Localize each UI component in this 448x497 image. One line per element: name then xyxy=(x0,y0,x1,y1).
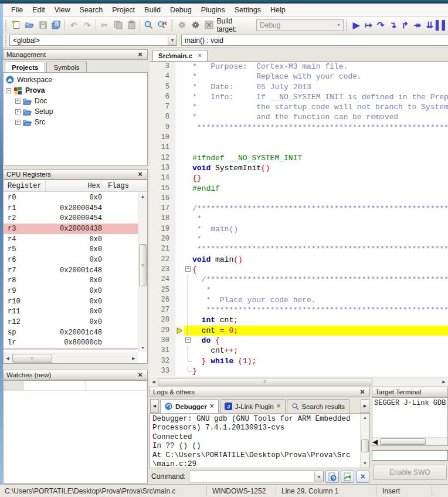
close-icon[interactable]: × xyxy=(136,171,144,178)
menu-item-plugins[interactable]: Plugins xyxy=(196,4,230,16)
step-out-button[interactable]: ↱ xyxy=(399,18,411,32)
scroll-up-icon[interactable]: ▲ xyxy=(138,192,147,201)
line-number[interactable]: 19 xyxy=(150,224,175,234)
breakpoint-margin[interactable] xyxy=(175,255,184,265)
editor-horizontal-scrollbar[interactable]: ◀ ≡ ▶ xyxy=(150,377,448,386)
line-number[interactable]: 27 xyxy=(150,305,175,315)
step-into-button[interactable]: ↴ xyxy=(387,18,399,32)
line-number[interactable]: 14 xyxy=(150,173,175,183)
line-number[interactable]: 17 xyxy=(150,204,175,214)
code-line-18[interactable]: 18 * xyxy=(150,214,448,224)
fold-margin[interactable] xyxy=(184,133,192,143)
command-run-button[interactable] xyxy=(325,471,339,483)
register-row-r2[interactable]: r20x20000454 xyxy=(4,213,138,224)
fold-margin[interactable] xyxy=(184,244,192,254)
abort-button[interactable] xyxy=(202,18,216,32)
tree-item-setup[interactable]: +Setup xyxy=(15,106,147,117)
code-line-10[interactable]: 10 xyxy=(150,133,448,143)
breakpoint-margin[interactable] xyxy=(175,92,184,102)
paste-button[interactable] xyxy=(125,18,138,32)
replace-button[interactable]: R xyxy=(155,18,169,32)
line-number[interactable]: 11 xyxy=(150,143,175,153)
scroll-up-icon[interactable]: ▲ xyxy=(361,414,369,422)
logs-tab-debugger[interactable]: Debugger× xyxy=(160,399,219,413)
code-line-23[interactable]: 23−{ xyxy=(150,265,448,275)
export-log-button[interactable] xyxy=(341,471,354,483)
logs-tab-search-results[interactable]: Search results xyxy=(287,399,350,413)
breakpoint-margin[interactable] xyxy=(175,102,184,112)
code-line-3[interactable]: 3* Purpose: Cortex-M3 main file. xyxy=(150,62,448,72)
logs-header[interactable]: Logs & others × xyxy=(150,387,370,397)
line-number[interactable]: 28 xyxy=(150,315,175,325)
command-input[interactable] xyxy=(189,471,314,482)
code-line-5[interactable]: 5* Date: 05 July 2013 xyxy=(150,82,448,92)
toolbar-grip[interactable] xyxy=(5,20,8,31)
line-number[interactable]: 12 xyxy=(150,153,175,163)
tree-item-src[interactable]: +Src xyxy=(15,117,147,127)
close-icon[interactable]: × xyxy=(210,404,214,409)
scroll-right-icon[interactable]: ▶ xyxy=(130,353,138,363)
breakpoint-margin[interactable] xyxy=(175,346,184,356)
scrollbar-thumb[interactable] xyxy=(361,439,369,452)
management-header[interactable]: Management × xyxy=(3,49,148,60)
register-row-r0[interactable]: r00x0 xyxy=(4,192,138,203)
menu-item-project[interactable]: Project xyxy=(107,4,140,16)
scroll-left-icon[interactable]: ◀ xyxy=(372,438,378,446)
breakpoint-margin[interactable] xyxy=(175,163,184,173)
compile-button[interactable] xyxy=(175,18,189,32)
breakpoint-margin[interactable] xyxy=(175,153,184,163)
fold-margin[interactable] xyxy=(184,255,192,265)
terminal-output[interactable]: SEGGER J-Link GDB ◀ xyxy=(372,397,448,446)
code-line-9[interactable]: 9 **************************************… xyxy=(150,123,448,133)
breakpoint-margin[interactable] xyxy=(175,234,184,244)
toolbar-grip[interactable] xyxy=(5,35,8,46)
open-file-button[interactable] xyxy=(23,18,36,32)
code-line-29[interactable]: 29 cnt = 0; xyxy=(150,326,448,336)
code-line-12[interactable]: 12#ifndef __NO_SYSTEM_INIT xyxy=(150,153,448,163)
close-icon[interactable]: × xyxy=(198,53,202,59)
fold-margin[interactable] xyxy=(184,326,192,336)
registers-horizontal-scrollbar[interactable]: ◀ ≡ ▶ xyxy=(4,353,138,363)
fold-margin[interactable] xyxy=(184,92,192,102)
terminal-horizontal-scrollbar[interactable]: ◀ xyxy=(372,437,447,445)
register-row-lr[interactable]: lr0x80000cb xyxy=(4,338,138,349)
code-line-4[interactable]: 4* Replace with your code. xyxy=(150,72,448,82)
code-line-26[interactable]: 26 * Place your code here. xyxy=(150,295,448,305)
register-row-r8[interactable]: r80x0 xyxy=(4,276,138,286)
log-vertical-scrollbar[interactable]: ▲ ▼ xyxy=(360,414,369,468)
tab-symbols[interactable]: Symbols xyxy=(46,62,86,72)
scroll-down-icon[interactable]: ▼ xyxy=(361,459,369,468)
register-row-r6[interactable]: r60x0 xyxy=(4,255,138,265)
line-number[interactable]: 30 xyxy=(150,336,175,346)
fold-margin[interactable] xyxy=(184,194,192,204)
line-number[interactable]: 23 xyxy=(150,265,175,275)
line-number[interactable]: 21 xyxy=(150,244,175,254)
menu-item-settings[interactable]: Settings xyxy=(230,4,266,16)
fold-margin[interactable] xyxy=(184,366,192,376)
code-line-22[interactable]: 22void main() xyxy=(150,255,448,265)
code-line-33[interactable]: 33} xyxy=(150,366,448,376)
terminal-input[interactable] xyxy=(372,451,447,460)
close-icon[interactable]: × xyxy=(136,51,144,58)
breakpoint-margin[interactable] xyxy=(175,143,184,153)
menu-item-help[interactable]: Help xyxy=(266,4,290,16)
fold-margin[interactable] xyxy=(184,275,192,285)
breakpoint-margin[interactable] xyxy=(175,82,184,92)
register-row-r5[interactable]: r50x0 xyxy=(4,244,138,255)
close-icon[interactable]: × xyxy=(277,404,281,409)
line-number[interactable]: 20 xyxy=(150,234,175,244)
build-target-select[interactable]: Debug ▼ xyxy=(256,19,344,31)
register-row-r10[interactable]: r100x0 xyxy=(4,296,138,307)
command-combobox[interactable]: ▼ xyxy=(189,471,324,482)
fold-margin[interactable] xyxy=(184,305,192,315)
step-into-instruction-button[interactable]: ⇊ xyxy=(423,18,436,32)
fold-margin[interactable] xyxy=(184,234,192,244)
fold-margin[interactable] xyxy=(184,173,192,183)
register-row-r4[interactable]: r40x0 xyxy=(4,234,138,245)
menu-item-edit[interactable]: Edit xyxy=(28,4,50,16)
close-icon[interactable]: × xyxy=(358,388,366,395)
scrollbar-thumb[interactable]: ≡ xyxy=(139,244,147,286)
breakpoint-margin[interactable] xyxy=(175,285,184,295)
line-number[interactable]: 18 xyxy=(150,214,175,224)
code-line-19[interactable]: 19 * main() xyxy=(150,224,448,234)
